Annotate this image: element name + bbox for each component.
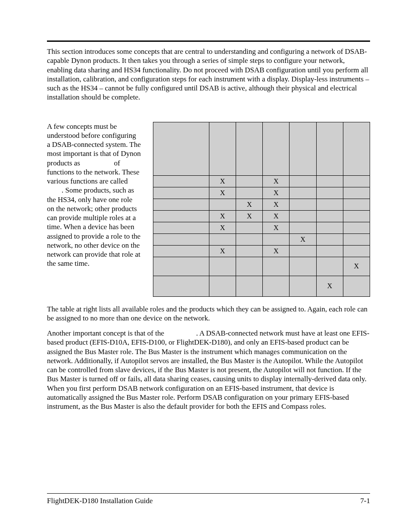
footer-left: FlightDEK-D180 Installation Guide: [47, 496, 153, 505]
footer-rule: [47, 493, 370, 494]
table-cell: X: [263, 199, 290, 210]
table-row: X: [153, 257, 370, 276]
table-cell: X: [209, 187, 236, 199]
table-cell: [236, 222, 263, 233]
table-cell: [209, 233, 236, 245]
table-header: [343, 122, 370, 175]
table-cell: [343, 233, 370, 245]
table-cell: [236, 175, 263, 187]
table-cell: [236, 187, 263, 199]
table-body: XXXXXXXXXXXXXXXX: [153, 175, 370, 296]
table-cell: X: [263, 222, 290, 233]
table-cell: X: [343, 257, 370, 276]
table-row: XX: [153, 222, 370, 233]
row-label: [153, 175, 209, 187]
table-cell: [343, 245, 370, 257]
row-label: [153, 199, 209, 210]
table-cell: [290, 187, 316, 199]
table-header: [236, 122, 263, 175]
table-cell: [236, 245, 263, 257]
table-cell: X: [263, 187, 290, 199]
table-cell: [290, 257, 316, 276]
table-cell: [343, 276, 370, 296]
row-label: [153, 233, 209, 245]
table-cell: [343, 222, 370, 233]
row-label: [153, 245, 209, 257]
table-row: X: [153, 233, 370, 245]
after-table-paragraph-1: The table at right lists all available r…: [47, 305, 370, 323]
table-cell: [316, 233, 343, 245]
table-header: [263, 122, 290, 175]
table-cell: [316, 175, 343, 187]
concepts-text: A few concepts must be understood before…: [47, 122, 141, 268]
table-cell: X: [290, 233, 316, 245]
top-rule: [47, 40, 370, 42]
table-row: XX: [153, 187, 370, 199]
table-cell: X: [209, 245, 236, 257]
table-cell: [236, 233, 263, 245]
row-label: [153, 257, 209, 276]
table-cell: [316, 245, 343, 257]
table-row: XX: [153, 245, 370, 257]
table-cell: [290, 276, 316, 296]
table-cell: [236, 276, 263, 296]
table-header-row: [153, 122, 370, 175]
table-cell: [316, 222, 343, 233]
row-label: [153, 187, 209, 199]
table-cell: X: [316, 276, 343, 296]
table-cell: X: [209, 222, 236, 233]
concepts-row: A few concepts must be understood before…: [47, 122, 370, 297]
table-cell: [263, 233, 290, 245]
table-cell: X: [263, 210, 290, 222]
page-footer: FlightDEK-D180 Installation Guide 7-1: [47, 493, 370, 505]
table-cell: [236, 257, 263, 276]
table-cell: [209, 199, 236, 210]
table-cell: [290, 175, 316, 187]
table-cell: [290, 222, 316, 233]
roles-table-container: XXXXXXXXXXXXXXXX: [153, 122, 370, 297]
table-cell: [290, 199, 316, 210]
table-cell: [263, 257, 290, 276]
table-cell: [290, 210, 316, 222]
roles-table: XXXXXXXXXXXXXXXX: [153, 122, 370, 297]
table-cell: X: [209, 175, 236, 187]
table-header: [153, 122, 209, 175]
table-cell: [343, 187, 370, 199]
row-label: [153, 276, 209, 296]
table-row: XX: [153, 175, 370, 187]
bus-master-part-a: Another important concept is that of the: [47, 329, 166, 337]
table-cell: [343, 210, 370, 222]
bus-master-part-b: . A DSAB-connected network must have at …: [47, 329, 369, 411]
table-cell: [209, 257, 236, 276]
table-cell: [343, 175, 370, 187]
table-cell: [316, 257, 343, 276]
table-header: [209, 122, 236, 175]
concepts-paragraph: A few concepts must be understood before…: [47, 122, 141, 268]
table-cell: X: [209, 210, 236, 222]
row-label: [153, 210, 209, 222]
table-cell: [263, 276, 290, 296]
table-cell: [316, 199, 343, 210]
after-table-paragraph-2: Another important concept is that of the…: [47, 329, 370, 411]
table-row: X: [153, 276, 370, 296]
concepts-part-c: . Some products, such as the HS34, only …: [47, 186, 140, 268]
table-cell: [343, 199, 370, 210]
table-cell: [316, 210, 343, 222]
table-cell: X: [263, 175, 290, 187]
table-cell: X: [263, 245, 290, 257]
table-cell: X: [236, 210, 263, 222]
table-cell: X: [236, 199, 263, 210]
intro-paragraph: This section introduces some concepts th…: [47, 47, 370, 102]
table-header: [316, 122, 343, 175]
table-cell: [290, 245, 316, 257]
table-header: [290, 122, 316, 175]
table-row: XXX: [153, 210, 370, 222]
row-label: [153, 222, 209, 233]
table-row: XX: [153, 199, 370, 210]
footer-line: FlightDEK-D180 Installation Guide 7-1: [47, 496, 370, 505]
page: This section introduces some concepts th…: [0, 0, 411, 532]
table-cell: [209, 276, 236, 296]
table-cell: [316, 187, 343, 199]
footer-right: 7-1: [360, 496, 370, 505]
concepts-part-a: A few concepts must be understood before…: [47, 122, 141, 167]
